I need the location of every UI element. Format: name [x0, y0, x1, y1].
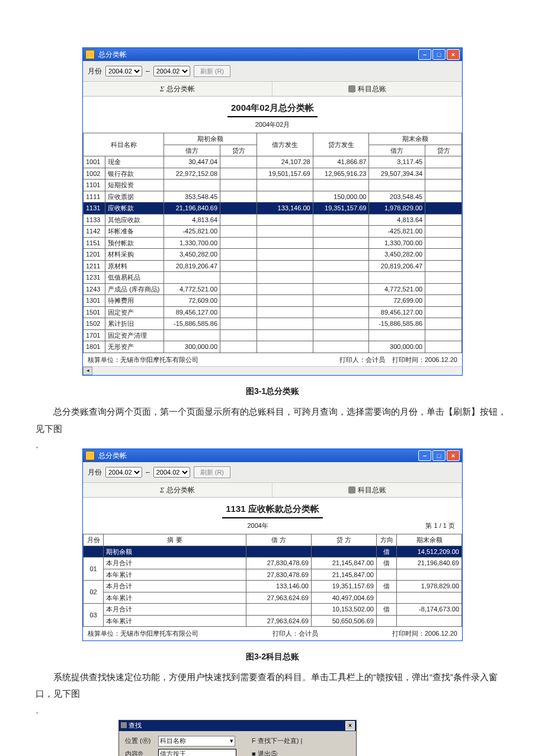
maximize-button[interactable]: □: [432, 450, 445, 461]
table-row[interactable]: 本年累计27,963,624.6940,497,004.69: [84, 592, 462, 604]
tabbar-2: Σ总分类帐 科目总账: [83, 483, 462, 498]
table-row[interactable]: 1211原材料20,819,206.4720,819,206.47: [84, 260, 462, 272]
report-1-title: 2004年02月总分类帐: [227, 101, 318, 117]
refresh-button[interactable]: 刷新 (R): [194, 65, 230, 78]
exit-button[interactable]: 退出⑤: [258, 750, 277, 757]
content-label: 内容®: [125, 749, 153, 757]
table-row[interactable]: 1701固定资产清理: [84, 329, 462, 341]
table-row[interactable]: 03本月合计10,153,502.00借-8,174,673.00: [84, 604, 462, 616]
window-2-titlebar: 总分类帐 – □ ×: [83, 449, 462, 462]
grid-icon: [348, 85, 355, 92]
position-label: 位置 (ⓔ): [125, 736, 153, 746]
minimize-button[interactable]: –: [418, 450, 431, 461]
ledger-table-1: 科目名称 期初余额 借方发生 贷方发生 期末余额 借方 贷方 借方 贷方 100…: [83, 133, 462, 353]
app-icon: [85, 451, 95, 460]
dialog-close-button[interactable]: ×: [345, 721, 355, 731]
figure-1-caption: 图3-1总分类账: [36, 385, 509, 398]
figure-2-window: 总分类帐 – □ × 月份 2004.02 – 2004.02 刷新 (R) Σ…: [82, 449, 463, 641]
app-icon: [85, 50, 95, 59]
paragraph-2: 系统提供查找快速定位功能，方便用户快速找到需要查看的科目。单击工具栏上的“赣按钮…: [36, 669, 509, 703]
table-row[interactable]: 1201材料采购3,450,282.003,450,282.00: [84, 249, 462, 261]
refresh-button[interactable]: 刷新 (R): [194, 466, 230, 479]
minimize-button[interactable]: –: [418, 49, 431, 60]
table-row[interactable]: 1502累计折旧-15,886,585.86-15,886,585.86: [84, 318, 462, 330]
table-row[interactable]: 期初余额借14,512,209.00: [84, 546, 462, 558]
table-row[interactable]: 本年累计27,963,624.6950,650,506.69: [84, 615, 462, 627]
table-row[interactable]: 1231低值易耗品: [84, 272, 462, 284]
report-1-subtitle: 2004年02月: [83, 120, 462, 130]
tab-general-ledger[interactable]: Σ总分类帐: [83, 483, 272, 497]
grid-icon: [348, 486, 355, 494]
table-row[interactable]: 1151预付帐款1,330,700.001,330,700.00: [84, 237, 462, 249]
report-2: 1131 应收帐款总分类帐 2004年 第 1 / 1 页 月份 摘 要 借 方…: [83, 498, 462, 640]
month-from-select[interactable]: 2004.02: [105, 66, 142, 76]
month-label: 月份: [88, 66, 102, 76]
window-1-titlebar: 总分类帐 – □ ×: [83, 48, 462, 61]
list-item[interactable]: 借方按王: [159, 749, 236, 757]
find-next-button[interactable]: F 查找下一处直) |: [252, 737, 302, 744]
report-2-subtitle: 2004年: [90, 521, 425, 531]
bullet-2: 。: [36, 706, 509, 714]
report-2-footer: 核算单位：无锡市华阳摩托车有限公司 打印人：会计员 打印时间：2006.12.2…: [83, 627, 462, 640]
tab-general-ledger[interactable]: Σ总分类帐: [83, 82, 272, 96]
table-row[interactable]: 本年累计27,830,478.6921,145,847.00: [84, 569, 462, 581]
month-to-select[interactable]: 2004.02: [153, 467, 190, 478]
tab-account-ledger[interactable]: 科目总账: [272, 483, 462, 497]
scroll-left-icon[interactable]: ◂: [83, 367, 92, 375]
chevron-down-icon: ▾: [230, 736, 233, 746]
table-row[interactable]: 1002银行存款22,972,152.0819,501,157.6912,965…: [84, 168, 462, 180]
find-dialog: 查找 × 位置 (ⓔ) 科目名称▾ F 查找下一处直) | 内容® 借方按王贷方…: [118, 720, 357, 757]
month-from-select[interactable]: 2004.02: [105, 467, 142, 478]
toolbar-1: 月份 2004.02 – 2004.02 刷新 (R): [83, 61, 462, 82]
table-row[interactable]: 1243产成品 (库存商品)4,772,521.004,772,521.00: [84, 283, 462, 295]
table-row[interactable]: 1501固定资产89,456,127.0089,456,127.00: [84, 306, 462, 318]
table-row[interactable]: 1131应收帐款21,196,840.69133,146.0019,351,15…: [84, 203, 462, 214]
report-2-page: 第 1 / 1 页: [425, 521, 455, 531]
table-row[interactable]: 1001现金30,447.0424,107.2841,866.873,117.4…: [84, 156, 462, 168]
ledger-table-2: 月份 摘 要 借 方 贷 方 方向 期末余额 期初余额借14,512,209.0…: [83, 534, 462, 627]
table-row[interactable]: 02本月合计133,146.0019,351,157.69借1,978,829.…: [84, 581, 462, 592]
report-2-title: 1131 应收帐款总分类帐: [222, 502, 323, 518]
search-icon: [121, 722, 127, 728]
report-1-footer: 核算单位：无锡市华阳摩托车有限公司 打印人：会计员 打印时间：2006.12.2…: [83, 353, 462, 367]
table-row[interactable]: 1142坏帐准备-425,821.00-425,821.00: [84, 226, 462, 238]
figure-1-window: 总分类帐 – □ × 月份 2004.02 – 2004.02 刷新 (R) Σ…: [82, 47, 463, 376]
tab-account-ledger[interactable]: 科目总账: [272, 82, 462, 96]
maximize-button[interactable]: □: [432, 49, 445, 60]
table-row[interactable]: 1111应收票据353,548.45150,000.00203,548.45: [84, 191, 462, 203]
toolbar-2: 月份 2004.02 – 2004.02 刷新 (R): [83, 462, 462, 483]
table-row[interactable]: 1133其他应收款4,813.644,813.64: [84, 214, 462, 226]
table-row[interactable]: 01本月合计27,830,478.6921,145,847.00借21,196,…: [84, 558, 462, 569]
position-select[interactable]: 科目名称▾: [158, 736, 235, 747]
table-row[interactable]: 1801无形资产300,000.00300,000.00: [84, 341, 462, 353]
h-scrollbar[interactable]: ◂: [83, 366, 462, 375]
figure-2-caption: 图3-2科目总账: [36, 651, 509, 663]
window-1-title: 总分类帐: [98, 49, 127, 60]
tabbar-1: Σ总分类帐 科目总账: [83, 82, 462, 97]
report-1: 2004年02月总分类帐 2004年02月 科目名称 期初余额 借方发生 贷方发…: [83, 97, 462, 375]
month-to-select[interactable]: 2004.02: [153, 66, 190, 76]
content-select[interactable]: 借方按王贷方发生科目编号科目名称向下: [158, 749, 235, 757]
window-2-title: 总分类帐: [98, 450, 127, 461]
close-button[interactable]: ×: [447, 49, 460, 60]
table-row[interactable]: 1101短期投资: [84, 180, 462, 191]
close-button[interactable]: ×: [447, 450, 460, 461]
bullet-1: 。: [36, 441, 509, 449]
paragraph-1: 总分类账查询分两个页面，第一个页面显示所有的总账科目，可跨月查询，选择需要询的月…: [36, 403, 509, 437]
table-row[interactable]: 1301待摊费用72,609.0072,699.00: [84, 295, 462, 307]
find-dialog-titlebar: 查找 ×: [119, 720, 356, 731]
